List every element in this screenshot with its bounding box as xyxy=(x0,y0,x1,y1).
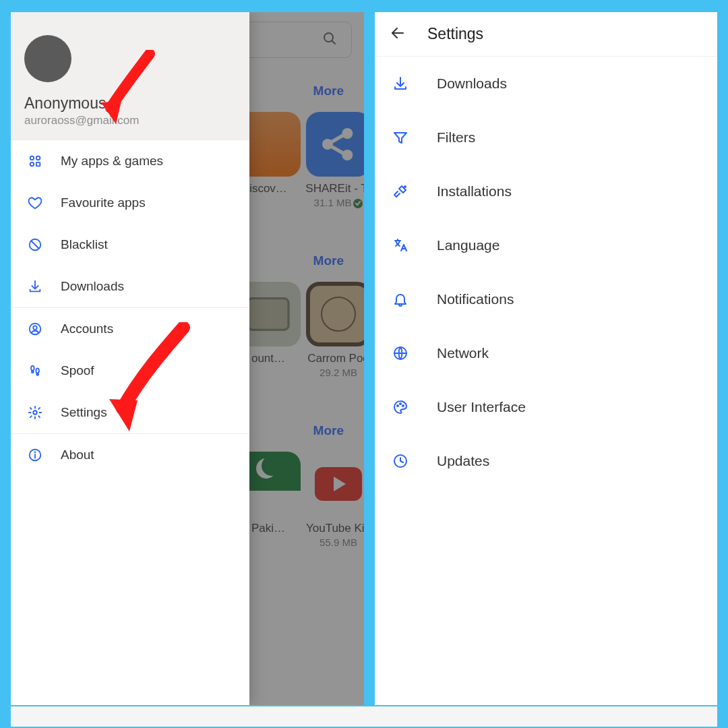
drawer-item-label: Spoof xyxy=(61,363,94,378)
info-icon xyxy=(26,448,44,462)
settings-item-ui[interactable]: User Interface xyxy=(375,380,717,434)
drawer-item-my-apps[interactable]: My apps & games xyxy=(11,140,249,182)
svg-line-14 xyxy=(32,241,39,249)
drawer-item-label: Downloads xyxy=(61,279,124,294)
settings-item-language[interactable]: Language xyxy=(375,218,717,272)
bottom-strip xyxy=(11,706,717,727)
settings-item-label: Notifications xyxy=(437,291,514,307)
download-icon xyxy=(390,75,411,92)
apps-icon xyxy=(26,154,44,169)
svg-point-31 xyxy=(397,405,398,406)
drawer-item-spoof[interactable]: Spoof xyxy=(11,350,249,392)
settings-header: Settings xyxy=(375,12,717,57)
settings-item-downloads[interactable]: Downloads xyxy=(375,57,717,111)
drawer-item-label: My apps & games xyxy=(61,154,163,169)
svg-marker-28 xyxy=(394,133,406,143)
avatar xyxy=(24,35,71,82)
block-icon xyxy=(26,237,44,252)
svg-point-18 xyxy=(32,371,34,373)
svg-point-33 xyxy=(402,405,404,406)
settings-item-notifications[interactable]: Notifications xyxy=(375,272,717,326)
drawer-item-label: Favourite apps xyxy=(61,195,146,210)
svg-point-19 xyxy=(36,368,39,373)
settings-item-label: Network xyxy=(437,345,489,361)
settings-item-installations[interactable]: Installations xyxy=(375,164,717,218)
left-screenshot: es More iscov… SHAREit - Tr 31.1 MB More xyxy=(11,12,364,705)
drawer-item-label: Settings xyxy=(61,405,107,420)
updates-icon xyxy=(390,453,411,469)
svg-point-32 xyxy=(400,403,401,404)
drawer-item-label: Blacklist xyxy=(61,237,108,252)
tools-icon xyxy=(390,183,411,200)
drawer-item-favourites[interactable]: Favourite apps xyxy=(11,182,249,224)
navigation-drawer: Anonymous auroraoss@gmail.com My apps & … xyxy=(11,12,249,705)
svg-point-20 xyxy=(36,373,38,375)
svg-rect-12 xyxy=(36,162,40,166)
account-icon xyxy=(26,322,44,336)
right-screenshot: Settings Downloads Filters Installations… xyxy=(375,12,717,705)
filter-icon xyxy=(390,129,411,146)
drawer-item-about[interactable]: About xyxy=(11,434,249,476)
drawer-item-label: Accounts xyxy=(61,322,113,336)
svg-point-9 xyxy=(30,156,34,160)
settings-item-filters[interactable]: Filters xyxy=(375,111,717,164)
svg-point-11 xyxy=(30,162,34,166)
settings-title: Settings xyxy=(427,25,483,43)
settings-item-label: Filters xyxy=(437,129,475,146)
settings-item-updates[interactable]: Updates xyxy=(375,434,717,488)
user-email: auroraoss@gmail.com xyxy=(24,114,236,127)
drawer-item-blacklist[interactable]: Blacklist xyxy=(11,224,249,266)
drawer-item-accounts[interactable]: Accounts xyxy=(11,308,249,350)
drawer-item-downloads[interactable]: Downloads xyxy=(11,266,249,307)
settings-item-label: User Interface xyxy=(437,399,526,415)
back-icon[interactable] xyxy=(390,25,406,44)
drawer-item-label: About xyxy=(61,448,94,462)
language-icon xyxy=(390,237,411,253)
svg-point-10 xyxy=(36,156,40,160)
settings-item-network[interactable]: Network xyxy=(375,326,717,380)
settings-item-label: Downloads xyxy=(437,75,507,92)
svg-point-17 xyxy=(31,366,34,371)
download-icon xyxy=(26,279,44,294)
svg-point-24 xyxy=(35,452,36,452)
heart-icon xyxy=(26,195,44,210)
user-name: Anonymous xyxy=(24,94,236,113)
footprints-icon xyxy=(26,363,44,378)
globe-icon xyxy=(390,345,411,361)
settings-item-label: Language xyxy=(437,237,499,253)
bell-icon xyxy=(390,291,411,307)
settings-item-label: Updates xyxy=(437,453,489,469)
palette-icon xyxy=(390,399,411,415)
settings-item-label: Installations xyxy=(437,183,512,200)
svg-point-16 xyxy=(33,326,37,330)
drawer-header[interactable]: Anonymous auroraoss@gmail.com xyxy=(11,12,249,140)
gear-icon xyxy=(26,405,44,420)
drawer-item-settings[interactable]: Settings xyxy=(11,392,249,433)
svg-point-21 xyxy=(33,411,37,415)
svg-point-29 xyxy=(404,186,406,187)
